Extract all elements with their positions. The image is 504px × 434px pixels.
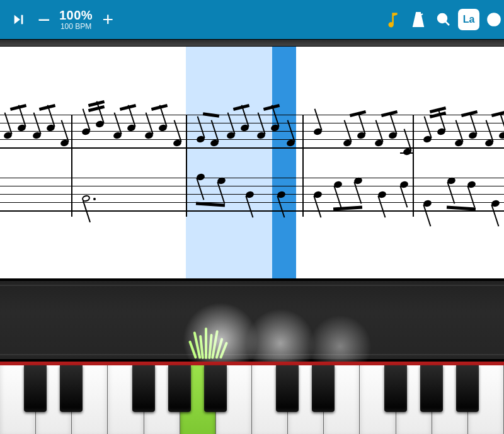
tempo-display[interactable]: 100% 100 BPM (59, 9, 93, 30)
tempo-decrease-button[interactable]: − (32, 7, 57, 32)
skip-next-button[interactable] (6, 7, 32, 32)
falling-notes-area (0, 278, 504, 362)
tempo-increase-button[interactable]: + (95, 7, 120, 32)
barline (71, 115, 72, 217)
notation-toggle-button[interactable]: La (456, 7, 481, 32)
barline (302, 115, 304, 217)
black-key[interactable] (276, 365, 299, 412)
score-area[interactable] (0, 47, 504, 278)
barline (186, 115, 187, 217)
note-dot (93, 198, 96, 200)
piano-keyboard[interactable] (0, 362, 504, 434)
search-icon[interactable] (431, 7, 456, 32)
black-key[interactable] (168, 365, 191, 412)
svg-point-1 (488, 13, 500, 26)
svg-point-0 (438, 14, 447, 23)
black-key[interactable] (384, 365, 407, 412)
notation-label: La (458, 9, 479, 30)
metronome-icon[interactable] (406, 7, 431, 32)
location-icon[interactable] (481, 7, 504, 32)
tempo-percent: 100% (59, 9, 93, 21)
note (403, 147, 412, 156)
piano-keys (0, 365, 504, 434)
black-key[interactable] (456, 365, 479, 412)
black-key[interactable] (420, 365, 443, 412)
note-icon[interactable] (381, 7, 406, 32)
black-key[interactable] (60, 365, 83, 412)
black-key[interactable] (24, 365, 47, 412)
key-spark-effect (190, 326, 226, 359)
barline (413, 115, 414, 217)
black-key[interactable] (312, 365, 335, 412)
tempo-bpm: 100 BPM (60, 23, 91, 30)
beat-cursor (272, 47, 296, 278)
toolbar-rail (0, 39, 504, 47)
black-key[interactable] (132, 365, 155, 412)
black-key[interactable] (204, 365, 227, 412)
toolbar: − 100% 100 BPM + La (0, 0, 504, 39)
